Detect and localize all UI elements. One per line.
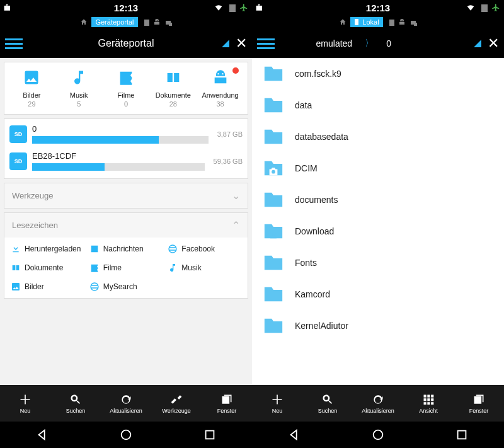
close-button[interactable]: ✕ (236, 35, 247, 52)
category-music[interactable]: Musik5 (55, 69, 103, 108)
folder-item[interactable]: data (252, 89, 504, 121)
home-icon[interactable] (80, 18, 88, 26)
bookmark-music[interactable]: Musik (168, 263, 241, 273)
music-icon (70, 69, 88, 86)
bag-icon (256, 3, 265, 12)
film-icon (117, 69, 135, 86)
window-button[interactable]: Fenster (202, 385, 252, 422)
active-tab[interactable]: Lokal (350, 17, 382, 27)
bookmark-images[interactable]: Bilder (11, 282, 84, 292)
folder-item[interactable]: databasedata (252, 121, 504, 152)
window-button[interactable]: Fenster (454, 385, 504, 422)
phone-icon (354, 19, 360, 25)
breadcrumb-segment[interactable]: 0 (386, 38, 391, 49)
close-button[interactable]: ✕ (488, 35, 499, 52)
dropdown-indicator[interactable] (222, 40, 229, 47)
category-images[interactable]: Bilder29 (8, 69, 55, 108)
bookmark-messages[interactable]: Nachrichten (89, 244, 163, 254)
folder-name: KernelAdiutor (295, 321, 348, 331)
tools-icon (170, 393, 183, 406)
category-documents[interactable]: Dokumente28 (149, 69, 197, 108)
new-button[interactable]: Neu (252, 385, 302, 422)
bookmark-facebook[interactable]: Facebook (168, 244, 241, 254)
search-icon (69, 393, 82, 406)
view-button[interactable]: Ansicht (403, 385, 454, 422)
home-button[interactable] (371, 428, 385, 442)
storage-internal[interactable]: SD 0 3,87 GB (9, 124, 243, 144)
category-films[interactable]: Filme0 (103, 69, 150, 108)
tab-label: Geräteportal (95, 18, 134, 26)
search-button[interactable]: Suchen (302, 385, 353, 422)
menu-button[interactable] (5, 35, 23, 52)
tab-bar: Geräteportal (0, 15, 252, 29)
folder-name: data (295, 100, 312, 110)
active-tab[interactable]: Geräteportal (91, 17, 137, 27)
status-bar: 12:13 (0, 0, 252, 15)
image-icon (11, 282, 21, 292)
book-icon (164, 69, 182, 86)
home-button[interactable] (119, 428, 133, 442)
bookmarks-section-header[interactable]: Lesezeichen ⌃ (4, 212, 248, 238)
left-pane: 12:13 Geräteportal Geräteportal ✕ Bilder… (0, 0, 252, 448)
bookmark-films[interactable]: Filme (89, 263, 163, 273)
folder-item[interactable]: Download (252, 215, 504, 247)
phone-icon[interactable] (142, 18, 149, 26)
plus-icon (271, 393, 284, 406)
folder-icon (261, 95, 286, 116)
download-icon (11, 244, 21, 254)
devices-icon[interactable] (164, 18, 172, 26)
folder-icon (261, 63, 286, 84)
search-button[interactable]: Suchen (50, 385, 101, 422)
recent-button[interactable] (203, 428, 217, 442)
folder-item[interactable]: Kamcord (252, 279, 504, 310)
folder-name: Download (295, 226, 334, 236)
folder-icon (261, 221, 286, 242)
devices-icon[interactable] (410, 18, 417, 26)
tools-button[interactable]: Werkzeuge (151, 385, 202, 422)
header-title: Geräteportal (98, 38, 154, 49)
svg-rect-6 (481, 4, 488, 12)
notification-badge (232, 67, 239, 74)
folder-item[interactable]: com.fsck.k9 (252, 58, 504, 89)
storage-external[interactable]: SD EB28-1CDF 59,36 GB (9, 151, 243, 171)
folder-item[interactable]: Fonts (252, 247, 504, 279)
menu-button[interactable] (257, 35, 275, 52)
bottom-toolbar: Neu Suchen Aktualisieren Werkzeuge Fenst… (0, 385, 252, 422)
bookmark-documents[interactable]: Dokumente (11, 263, 84, 273)
svg-rect-7 (355, 19, 358, 25)
recent-button[interactable] (455, 428, 469, 442)
folder-name: documents (295, 195, 338, 205)
folder-icon (261, 126, 286, 147)
tab-label: Lokal (362, 18, 379, 26)
home-icon[interactable] (339, 18, 346, 26)
storage-panel: SD 0 3,87 GB SD EB28-1CDF 59,36 GB (4, 118, 248, 179)
phone-icon[interactable] (387, 18, 394, 26)
folder-name: DCIM (295, 163, 318, 173)
refresh-button[interactable]: Aktualisieren (101, 385, 151, 422)
back-button[interactable] (287, 428, 301, 442)
storage-total: 3,87 GB (217, 130, 243, 138)
status-bar: 12:13 (252, 0, 504, 15)
folder-icon (261, 252, 286, 273)
folder-item[interactable]: documents (252, 184, 504, 215)
breadcrumb-segment[interactable]: emulated (316, 38, 353, 49)
refresh-button[interactable]: Aktualisieren (353, 385, 403, 422)
header: emulated 〉 0 ✕ (252, 29, 504, 58)
folder-item[interactable]: KernelAdiutor (252, 310, 504, 342)
book-icon (11, 263, 21, 273)
back-button[interactable] (35, 428, 49, 442)
android-icon[interactable] (153, 18, 161, 26)
bookmark-mysearch[interactable]: MySearch (89, 282, 163, 292)
dropdown-indicator[interactable] (474, 40, 481, 47)
content-area[interactable]: com.fsck.k9datadatabasedataDCIMdocuments… (252, 58, 504, 385)
tools-section-header[interactable]: Werkzeuge ⌄ (4, 183, 248, 209)
folder-item[interactable]: DCIM (252, 152, 504, 184)
android-icon[interactable] (398, 18, 406, 26)
doc-icon (89, 244, 100, 254)
new-button[interactable]: Neu (0, 385, 50, 422)
category-apps[interactable]: Anwendung38 (197, 69, 244, 108)
storage-name: 0 (32, 124, 209, 134)
bookmark-downloaded[interactable]: Heruntergeladen (11, 244, 84, 254)
svg-rect-5 (206, 431, 214, 439)
breadcrumb[interactable]: emulated 〉 0 (316, 38, 391, 49)
